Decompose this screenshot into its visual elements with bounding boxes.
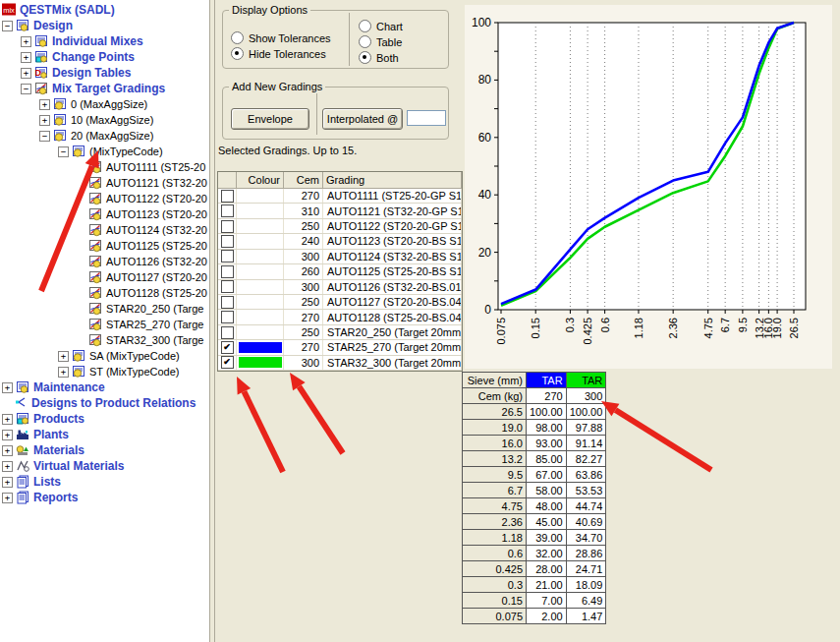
envelope-button[interactable]: Envelope <box>231 108 309 130</box>
tree-item-products[interactable]: +Products <box>0 411 86 427</box>
grading-row-auto1111[interactable]: 270AUTO1111 (ST25-20-GP S10-N <box>218 189 462 204</box>
expand-toggle-icon[interactable]: + <box>21 36 31 47</box>
tree-item-plants[interactable]: +Plants <box>0 427 71 442</box>
panel-splitter[interactable] <box>214 0 215 642</box>
grading-checkbox[interactable] <box>221 311 234 323</box>
tree-item-designs-to-product-relations[interactable]: Designs to Product Relations <box>0 395 197 411</box>
tree-item-auto1124-st32-20[interactable]: AUTO1124 (ST32-20 <box>0 222 209 238</box>
grading-row-auto1125[interactable]: 260AUTO1125 (ST25-20-BS S10-N <box>218 264 462 279</box>
grading-row-auto1122[interactable]: 250AUTO1122 (ST20-20-GP S10-N <box>218 219 462 234</box>
tree-item-mixtypecode[interactable]: −(MixTypeCode) <box>0 144 165 159</box>
collapse-toggle-icon[interactable]: − <box>21 84 31 94</box>
svg-text:0.6: 0.6 <box>599 318 611 332</box>
grading-row-star20-250[interactable]: 250STAR20_250 (Target 20mm) <box>218 325 462 340</box>
interpolated-button[interactable]: Interpolated @ <box>322 108 403 130</box>
column-header-colour[interactable]: Colour <box>237 172 284 188</box>
grading-row-star32-300[interactable]: ✔300STAR32_300 (Target 20mm) <box>218 356 462 371</box>
grading-row-auto1128[interactable]: 270AUTO1128 (ST25-20-BS.04 S10 <box>218 310 462 324</box>
grading-checkbox[interactable] <box>221 220 234 233</box>
tree-item-10-maxaggsize[interactable]: +10 (MaxAggSize) <box>0 112 155 128</box>
expand-toggle-icon[interactable]: + <box>2 493 13 503</box>
expand-toggle-icon[interactable]: + <box>21 52 31 63</box>
tree-item-design[interactable]: −Design <box>0 18 75 33</box>
percent-passing-cell: 82.27 <box>566 451 606 467</box>
collapse-toggle-icon[interactable]: − <box>39 131 50 142</box>
tree-item-star32-300-targe[interactable]: STAR32_300 (Targe <box>0 332 205 348</box>
tree-item-0-maxaggsize[interactable]: +0 (MaxAggSize) <box>0 96 149 112</box>
group-divider <box>349 13 350 66</box>
tree-item-virtual-materials[interactable]: +Virtual Materials <box>0 458 126 474</box>
tree-item-auto1125-st25-20[interactable]: AUTO1125 (ST25-20 <box>0 238 209 254</box>
radio-chart[interactable]: Chart <box>359 20 403 32</box>
tree-item-maintenance[interactable]: +Maintenance <box>0 379 107 395</box>
radio-show-tolerances[interactable]: Show Tolerances <box>231 31 331 44</box>
percent-passing-cell: 28.00 <box>527 561 567 577</box>
grading-row-auto1126[interactable]: 300AUTO1126 (ST32-20-BS.01 S10 <box>218 280 462 295</box>
grading-checkbox[interactable] <box>221 326 234 339</box>
expand-toggle-icon[interactable]: + <box>58 351 69 362</box>
tree-item-st-mixtypecode[interactable]: +ST (MixTypeCode) <box>0 364 182 379</box>
tree-item-change-points[interactable]: +Change Points <box>0 49 137 65</box>
expand-toggle-icon[interactable]: + <box>21 68 31 79</box>
sieve-size-cell: 19.0 <box>463 420 527 436</box>
collapse-toggle-icon[interactable]: − <box>58 146 69 157</box>
gradings-chart: 0204060801000.0750.150.30.4250.61.182.36… <box>465 5 832 369</box>
expand-toggle-icon[interactable]: + <box>2 414 13 425</box>
tree-item-materials[interactable]: +Materials <box>0 442 86 458</box>
tree-item-individual-mixes[interactable]: +Individual Mixes <box>0 33 145 49</box>
radio-table[interactable]: Table <box>359 35 402 48</box>
tree-item-auto1127-st20-20[interactable]: AUTO1127 (ST20-20 <box>0 269 209 285</box>
tree-item-label: AUTO1126 (ST32-20 <box>104 256 209 267</box>
expand-toggle-icon[interactable]: + <box>2 382 13 393</box>
grading-row-auto1127[interactable]: 250AUTO1127 (ST20-20-BS.04 S10 <box>218 295 462 310</box>
tree-item-auto1128-st25-20[interactable]: AUTO1128 (ST25-20 <box>0 285 209 301</box>
tree-item-20-maxaggsize[interactable]: −20 (MaxAggSize) <box>0 128 155 144</box>
svg-text:0.075: 0.075 <box>495 318 507 345</box>
tree-item-star25-270-targe[interactable]: STAR25_270 (Targe <box>0 317 205 332</box>
expand-toggle-icon[interactable]: + <box>2 461 13 472</box>
grading-row-star25-270[interactable]: ✔270STAR25_270 (Target 20mm) <box>218 340 462 355</box>
tree-item-auto1122-st20-20[interactable]: AUTO1122 (ST20-20 <box>0 191 209 206</box>
tree-item-lists[interactable]: +Lists <box>0 474 63 490</box>
interpolated-value-input[interactable] <box>407 110 446 126</box>
radio-both[interactable]: Both <box>359 51 399 64</box>
tree-item-auto1123-st20-20[interactable]: AUTO1123 (ST20-20 <box>0 206 209 222</box>
tree-item-design-tables[interactable]: +DDesign Tables <box>0 65 133 81</box>
tree-item-star20-250-targe[interactable]: STAR20_250 (Targe <box>0 301 205 317</box>
grading-row-auto1124[interactable]: 300AUTO1124 (ST32-20-BS S10-N <box>218 250 462 264</box>
grading-checkbox[interactable] <box>221 265 234 278</box>
column-header-select[interactable] <box>218 172 237 188</box>
grading-checkbox-checked[interactable]: ✔ <box>221 341 234 354</box>
expand-toggle-icon[interactable]: + <box>39 115 50 126</box>
expand-toggle-icon[interactable]: + <box>2 445 13 456</box>
grading-checkbox[interactable] <box>221 296 234 309</box>
grading-checkbox[interactable] <box>221 250 234 263</box>
tree-item-qestmix-sadl[interactable]: mixQESTMix (SADL) <box>0 2 117 18</box>
expand-toggle-icon[interactable]: + <box>2 430 13 440</box>
grading-checkbox[interactable] <box>221 235 234 248</box>
expand-toggle-icon[interactable]: + <box>39 99 50 110</box>
column-header-grading[interactable]: Grading <box>323 172 462 188</box>
grading-checkbox[interactable] <box>221 204 234 217</box>
cem-cell: 300 <box>284 250 323 263</box>
grading-row-auto1121[interactable]: 310AUTO1121 (ST32-20-GP S10-N <box>218 204 462 218</box>
column-header-cem[interactable]: Cem <box>284 172 323 188</box>
grading-row-auto1123[interactable]: 240AUTO1123 (ST20-20-BS S10-N <box>218 234 462 249</box>
radio-hide-tolerances[interactable]: Hide Tolerances <box>231 47 326 60</box>
grading-checkbox[interactable] <box>221 280 234 293</box>
expand-toggle-icon[interactable]: + <box>2 477 13 488</box>
collapse-toggle-icon[interactable]: − <box>2 21 13 31</box>
tree-item-mix-target-gradings[interactable]: −Mix Target Gradings <box>0 81 167 96</box>
folder-icon <box>53 113 68 127</box>
tree-item-sa-mixtypecode[interactable]: +SA (MixTypeCode) <box>0 348 182 364</box>
tree-item-auto1121-st32-20[interactable]: AUTO1121 (ST32-20 <box>0 175 209 191</box>
grading-checkbox[interactable] <box>221 190 234 203</box>
expand-toggle-icon[interactable]: + <box>58 367 69 378</box>
checkbox-cell <box>218 264 237 278</box>
grading-checkbox-checked[interactable]: ✔ <box>221 356 234 369</box>
tree-item-auto1111-st25-20[interactable]: AUTO1111 (ST25-20 <box>0 159 207 175</box>
tree-item-auto1126-st32-20[interactable]: AUTO1126 (ST32-20 <box>0 254 209 269</box>
tree-item-reports[interactable]: +Reports <box>0 490 80 505</box>
percent-passing-cell: 63.86 <box>566 467 606 483</box>
tar-header-cell: TAR <box>566 373 606 388</box>
